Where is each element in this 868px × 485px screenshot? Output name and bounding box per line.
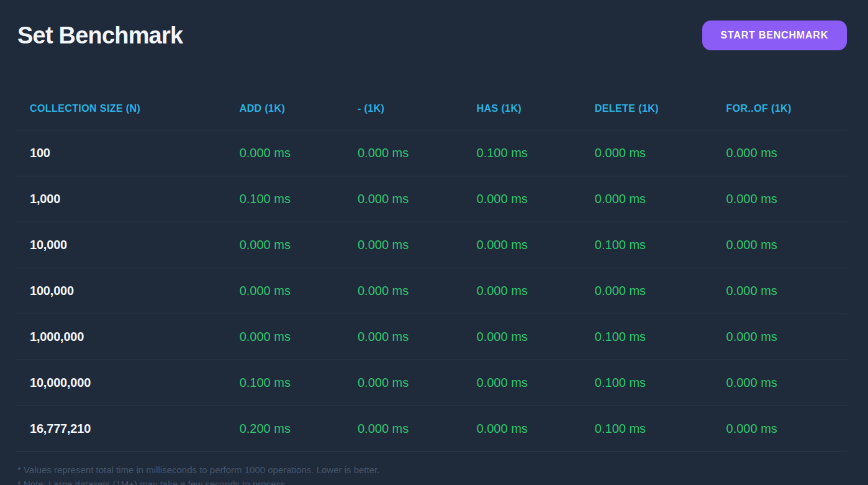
cell-delete: 0.100 ms: [580, 406, 712, 452]
cell-delete: 0.100 ms: [580, 222, 712, 268]
column-header-delete: DELETE (1K): [580, 90, 712, 130]
footnote-values-explanation: * Values represent total time in millise…: [17, 463, 379, 477]
cell-has: 0.000 ms: [462, 406, 580, 452]
cell-difference: 0.000 ms: [343, 176, 462, 222]
cell-difference: 0.000 ms: [343, 130, 462, 176]
cell-forof: 0.000 ms: [712, 222, 847, 268]
cell-forof: 0.000 ms: [712, 360, 847, 406]
cell-add: 0.100 ms: [225, 360, 343, 406]
cell-add: 0.000 ms: [225, 130, 343, 176]
table-row: 10,000,000 0.100 ms 0.000 ms 0.000 ms 0.…: [15, 360, 847, 406]
row-size-label: 1,000: [15, 176, 225, 222]
cell-delete: 0.000 ms: [580, 176, 712, 222]
cell-has: 0.100 ms: [462, 130, 580, 176]
row-size-label: 100: [15, 130, 225, 176]
row-size-label: 10,000,000: [15, 360, 225, 406]
table-row: 16,777,210 0.200 ms 0.000 ms 0.000 ms 0.…: [15, 406, 847, 452]
cell-delete: 0.000 ms: [580, 268, 712, 314]
cell-has: 0.000 ms: [462, 176, 580, 222]
cell-add: 0.100 ms: [225, 176, 343, 222]
table-row: 1,000 0.100 ms 0.000 ms 0.000 ms 0.000 m…: [15, 176, 847, 222]
cell-delete: 0.100 ms: [580, 314, 712, 360]
cell-difference: 0.000 ms: [343, 360, 462, 406]
cell-has: 0.000 ms: [462, 268, 580, 314]
cell-delete: 0.100 ms: [580, 360, 712, 406]
cell-forof: 0.000 ms: [712, 314, 847, 360]
row-size-label: 16,777,210: [15, 406, 225, 452]
cell-forof: 0.000 ms: [712, 406, 847, 452]
page-header: Set Benchmark START BENCHMARK: [0, 0, 868, 50]
cell-add: 0.000 ms: [225, 268, 343, 314]
footnotes: * Values represent total time in millise…: [17, 463, 379, 485]
cell-forof: 0.000 ms: [712, 268, 847, 314]
cell-has: 0.000 ms: [462, 314, 580, 360]
cell-forof: 0.000 ms: [712, 130, 847, 176]
row-size-label: 1,000,000: [15, 314, 225, 360]
cell-difference: 0.000 ms: [343, 406, 462, 452]
cell-add: 0.200 ms: [225, 406, 343, 452]
row-size-label: 10,000: [15, 222, 225, 268]
row-size-label: 100,000: [15, 268, 225, 314]
column-header-forof: FOR..OF (1K): [712, 90, 847, 130]
cell-has: 0.000 ms: [462, 222, 580, 268]
table-row: 100 0.000 ms 0.000 ms 0.100 ms 0.000 ms …: [15, 130, 847, 176]
cell-add: 0.000 ms: [225, 314, 343, 360]
cell-delete: 0.000 ms: [580, 130, 712, 176]
table-row: 100,000 0.000 ms 0.000 ms 0.000 ms 0.000…: [15, 268, 847, 314]
start-benchmark-button[interactable]: START BENCHMARK: [702, 20, 847, 50]
column-header-has: HAS (1K): [462, 90, 580, 130]
table-header-row: COLLECTION SIZE (N) ADD (1K) - (1K) HAS …: [15, 90, 847, 130]
cell-forof: 0.000 ms: [712, 176, 847, 222]
benchmark-table: COLLECTION SIZE (N) ADD (1K) - (1K) HAS …: [15, 90, 847, 452]
table-row: 1,000,000 0.000 ms 0.000 ms 0.000 ms 0.1…: [15, 314, 847, 360]
cell-difference: 0.000 ms: [343, 268, 462, 314]
cell-difference: 0.000 ms: [343, 222, 462, 268]
cell-add: 0.000 ms: [225, 222, 343, 268]
page-title: Set Benchmark: [17, 22, 183, 49]
column-header-collection-size: COLLECTION SIZE (N): [15, 90, 225, 130]
table-row: 10,000 0.000 ms 0.000 ms 0.000 ms 0.100 …: [15, 222, 847, 268]
column-header-difference: - (1K): [343, 90, 462, 130]
footnote-large-datasets: * Note: Large datasets (1M+) may take a …: [17, 477, 379, 485]
cell-has: 0.000 ms: [462, 360, 580, 406]
cell-difference: 0.000 ms: [343, 314, 462, 360]
column-header-add: ADD (1K): [225, 90, 343, 130]
